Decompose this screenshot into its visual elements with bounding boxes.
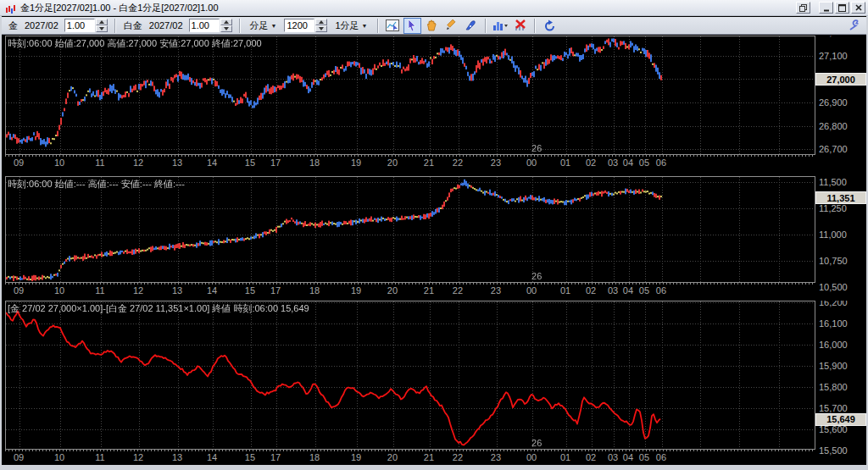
toolbar-separator <box>114 19 116 33</box>
duplicate-window-button[interactable] <box>796 2 810 14</box>
toolbar-separator <box>485 19 487 33</box>
bar-count-spinner[interactable] <box>315 19 327 32</box>
gold-1min-candles-y-axis: 27,20027,10027,00026,90026,80026,700 <box>816 36 866 169</box>
close-button[interactable] <box>851 2 865 14</box>
x-tick-label: 00 <box>526 158 537 168</box>
x-tick-label: 20 <box>387 452 398 462</box>
platinum-multiplier-input[interactable] <box>189 19 220 32</box>
delete-drawings-button[interactable] <box>511 18 529 34</box>
x-tick-label: 19 <box>351 158 361 168</box>
toolbar: 金 2027/02 白金 2027/02 分足▼ 1分足▼ <box>0 17 868 35</box>
bar-count-input[interactable] <box>284 19 314 32</box>
toolbar-separator <box>534 19 536 33</box>
x-tick-label: 11 <box>95 158 104 168</box>
x-tick-label: 12 <box>133 158 143 168</box>
x-tick-label: 06 <box>656 285 666 296</box>
window-controls <box>796 2 865 14</box>
date-label: 26 <box>531 271 542 281</box>
x-tick-label: 02 <box>586 285 596 296</box>
x-tick-label: 21 <box>424 452 434 462</box>
gold-multiplier-input[interactable] <box>64 19 95 32</box>
gold-multiplier-spinbox <box>64 19 108 32</box>
gold-1min-candles-plot[interactable] <box>5 36 815 155</box>
platinum-multiplier-spinbox <box>189 19 232 32</box>
x-tick-label: 18 <box>309 158 320 168</box>
x-tick-label: 17 <box>270 452 281 462</box>
panel-gold-candlestick: 時刻:06:00 始値:27,000 高値:27,000 安値:27,000 終… <box>0 36 868 169</box>
x-tick-label: 12 <box>133 452 143 462</box>
bar-style-dropdown-button[interactable] <box>492 18 509 34</box>
refresh-icon <box>543 19 556 32</box>
interval-dropdown[interactable]: 1分足▼ <box>333 19 369 33</box>
x-tick-label: 20 <box>387 158 398 168</box>
date-label: 26 <box>531 438 542 448</box>
y-tick-label: 26,800 <box>819 121 848 131</box>
x-tick-label: 13 <box>172 285 182 296</box>
x-tick-label: 21 <box>424 158 434 168</box>
minimize-button[interactable] <box>819 2 833 14</box>
pen-tool-button[interactable] <box>462 18 480 34</box>
x-tick-label: 23 <box>491 285 501 296</box>
x-tick-label: 22 <box>453 158 463 168</box>
platinum-multiplier-spinner[interactable] <box>220 19 232 32</box>
window-left-edge <box>0 16 2 470</box>
y-tick-label: 11,500 <box>819 177 847 187</box>
date-label: 26 <box>531 143 542 153</box>
x-tick-label: 14 <box>207 158 217 168</box>
bar-type-dropdown[interactable]: 分足▼ <box>248 19 279 33</box>
interval-label: 1分足 <box>335 19 359 32</box>
x-tick-label: 20 <box>387 285 398 296</box>
hand-icon <box>426 19 437 31</box>
gold-multiplier-spinner[interactable] <box>96 19 108 32</box>
y-tick-label: 15,600 <box>819 424 848 434</box>
x-tick-label: 06 <box>656 158 666 168</box>
y-tick-label: 10,500 <box>819 282 848 292</box>
gold-1min-candles-current-price: 27,000 <box>815 73 866 86</box>
settings-button[interactable] <box>844 18 862 34</box>
x-tick-label: 04 <box>623 285 633 296</box>
x-tick-label: 13 <box>172 452 182 462</box>
x-tick-label: 11 <box>95 452 104 462</box>
y-tick-label: 16,200 <box>819 301 848 307</box>
pan-tool-button[interactable] <box>423 18 441 34</box>
x-tick-label: 02 <box>586 452 596 462</box>
maximize-button[interactable] <box>835 2 849 14</box>
x-tick-label: 19 <box>351 452 361 462</box>
minor-tick-strip <box>5 450 814 451</box>
x-tick-label: 02 <box>586 158 596 168</box>
y-tick-label: 16,100 <box>819 318 848 329</box>
titlebar: 金1分足[2027/02]1.00 - 白金1分足[2027/02]1.00 <box>0 0 868 16</box>
gold-platinum-spread-plot[interactable] <box>5 301 815 450</box>
y-tick-label: 15,800 <box>819 382 848 392</box>
x-tick-label: 03 <box>608 158 618 168</box>
window-bottom-edge[interactable] <box>0 465 868 470</box>
wrench-icon <box>848 19 860 31</box>
x-tick-label: 10 <box>54 452 64 462</box>
platinum-1min-candles-plot[interactable] <box>5 176 815 283</box>
platinum-1min-candles-current-price: 11,351 <box>815 191 866 204</box>
cursor-tool-button[interactable] <box>403 18 421 34</box>
x-tick-label: 00 <box>526 452 537 462</box>
gold-contract-label: 2027/02 <box>25 20 58 30</box>
x-tick-label: 10 <box>54 285 64 296</box>
x-tick-label: 05 <box>639 452 649 462</box>
y-tick-label: 10,750 <box>819 256 848 266</box>
x-tick-label: 05 <box>639 158 649 168</box>
x-tick-label: 14 <box>207 285 217 296</box>
x-tick-label: 17 <box>270 158 281 168</box>
y-tick-label: 27,100 <box>819 51 848 61</box>
refresh-button[interactable] <box>541 18 559 34</box>
x-tick-label: 05 <box>639 285 649 296</box>
x-tick-label: 23 <box>491 158 501 168</box>
x-tick-label: 11 <box>95 285 104 296</box>
x-tick-label: 06 <box>656 452 666 462</box>
window-title: 金1分足[2027/02]1.00 - 白金1分足[2027/02]1.00 <box>20 2 219 14</box>
pencil-tool-button[interactable] <box>442 18 460 34</box>
x-tick-label: 04 <box>623 158 633 168</box>
x-tick-label: 03 <box>608 285 618 296</box>
gold-platinum-spread-header: [金 27/02 27,000×1.00]-[白金 27/02 11,351×1… <box>8 302 309 315</box>
chart-select-tool-button[interactable] <box>384 18 402 34</box>
pencil-icon <box>445 19 457 31</box>
gold-label: 金 <box>8 19 18 32</box>
x-tick-label: 15 <box>245 285 255 296</box>
